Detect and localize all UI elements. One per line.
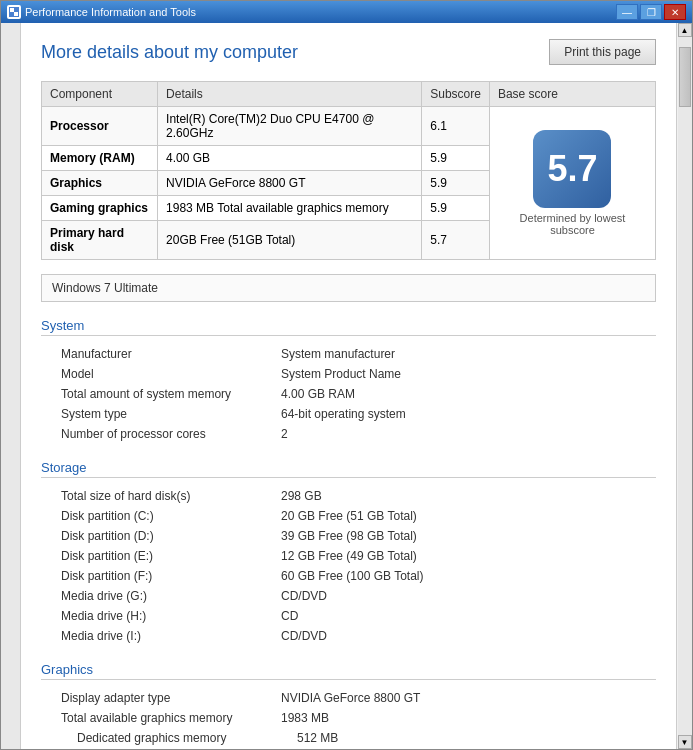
info-value: 2 [281,427,288,441]
minimize-button[interactable]: — [616,4,638,20]
info-value: System Product Name [281,367,401,381]
info-label: Media drive (G:) [61,589,281,603]
score-label: Determined by lowest subscore [498,212,647,236]
info-row: Media drive (H:)CD [41,606,656,626]
info-row: Disk partition (E:)12 GB Free (49 GB Tot… [41,546,656,566]
info-value: CD/DVD [281,589,327,603]
subscore-cell: 5.7 [422,221,490,260]
main-window: Performance Information and Tools — ❐ ✕ … [0,0,693,750]
title-bar: Performance Information and Tools — ❐ ✕ [1,1,692,23]
page-title: More details about my computer [41,42,298,63]
scores-table: Component Details Subscore Base score Pr… [41,81,656,260]
info-label: Total size of hard disk(s) [61,489,281,503]
info-row: Dedicated graphics memory512 MB [41,728,656,748]
scrollbar[interactable]: ▲ ▼ [676,23,692,749]
col-header-subscore: Subscore [422,82,490,107]
info-value: NVIDIA GeForce 8800 GT [281,691,420,705]
info-label: Disk partition (E:) [61,549,281,563]
graphics-section-title: Graphics [41,662,656,680]
component-cell: Gaming graphics [42,196,158,221]
print-button[interactable]: Print this page [549,39,656,65]
details-cell: Intel(R) Core(TM)2 Duo CPU E4700 @ 2.60G… [158,107,422,146]
details-cell: 20GB Free (51GB Total) [158,221,422,260]
info-label: System type [61,407,281,421]
windows-edition: Windows 7 Ultimate [41,274,656,302]
info-row: Total size of hard disk(s)298 GB [41,486,656,506]
component-cell: Memory (RAM) [42,146,158,171]
window-controls: — ❐ ✕ [616,4,686,20]
subscore-cell: 5.9 [422,146,490,171]
component-cell: Graphics [42,171,158,196]
nav-sidebar [1,23,21,749]
score-badge: 5.7 Determined by lowest subscore [498,130,647,236]
scroll-up-arrow[interactable]: ▲ [678,23,692,37]
system-section: System ManufacturerSystem manufacturerMo… [41,318,656,444]
info-row: Disk partition (C:)20 GB Free (51 GB Tot… [41,506,656,526]
info-row: ManufacturerSystem manufacturer [41,344,656,364]
info-value: System manufacturer [281,347,395,361]
info-value: 39 GB Free (98 GB Total) [281,529,417,543]
storage-section-title: Storage [41,460,656,478]
component-cell: Processor [42,107,158,146]
main-content: More details about my computer Print thi… [21,23,676,749]
info-label: Total available graphics memory [61,711,281,725]
details-cell: NVIDIA GeForce 8800 GT [158,171,422,196]
system-section-title: System [41,318,656,336]
info-row: Dedicated system memory0 MB [41,748,656,749]
details-cell: 4.00 GB [158,146,422,171]
subscore-cell: 5.9 [422,171,490,196]
subscore-cell: 5.9 [422,196,490,221]
info-label: Dedicated graphics memory [77,731,297,745]
info-value: CD/DVD [281,629,327,643]
graphics-section: Graphics Display adapter typeNVIDIA GeFo… [41,662,656,749]
svg-rect-1 [10,8,14,12]
info-row: Disk partition (F:)60 GB Free (100 GB To… [41,566,656,586]
table-row: ProcessorIntel(R) Core(TM)2 Duo CPU E470… [42,107,656,146]
info-row: Number of processor cores2 [41,424,656,444]
info-label: Media drive (H:) [61,609,281,623]
window-icon [7,5,21,19]
info-row: Media drive (I:)CD/DVD [41,626,656,646]
info-value: 12 GB Free (49 GB Total) [281,549,417,563]
info-row: Display adapter typeNVIDIA GeForce 8800 … [41,688,656,708]
info-value: 1983 MB [281,711,329,725]
info-value: 20 GB Free (51 GB Total) [281,509,417,523]
info-label: Disk partition (D:) [61,529,281,543]
component-cell: Primary hard disk [42,221,158,260]
info-label: Model [61,367,281,381]
col-header-basescore: Base score [489,82,655,107]
info-value: CD [281,609,298,623]
info-value: 4.00 GB RAM [281,387,355,401]
info-row: Media drive (G:)CD/DVD [41,586,656,606]
info-label: Disk partition (F:) [61,569,281,583]
window-title: Performance Information and Tools [25,6,616,18]
score-circle: 5.7 [533,130,611,208]
info-row: Total amount of system memory4.00 GB RAM [41,384,656,404]
info-value: 298 GB [281,489,322,503]
info-row: Total available graphics memory1983 MB [41,708,656,728]
close-button[interactable]: ✕ [664,4,686,20]
scrollbar-track[interactable] [678,37,692,735]
info-label: Total amount of system memory [61,387,281,401]
info-label: Media drive (I:) [61,629,281,643]
scrollbar-thumb[interactable] [679,47,691,107]
info-label: Manufacturer [61,347,281,361]
info-value: 60 GB Free (100 GB Total) [281,569,424,583]
col-header-component: Component [42,82,158,107]
base-score-cell: 5.7 Determined by lowest subscore [489,107,655,260]
storage-section: Storage Total size of hard disk(s)298 GB… [41,460,656,646]
details-cell: 1983 MB Total available graphics memory [158,196,422,221]
header-row: More details about my computer Print thi… [41,39,656,65]
info-label: Number of processor cores [61,427,281,441]
subscore-cell: 6.1 [422,107,490,146]
info-row: System type64-bit operating system [41,404,656,424]
info-value: 512 MB [297,731,338,745]
restore-button[interactable]: ❐ [640,4,662,20]
col-header-details: Details [158,82,422,107]
info-label: Display adapter type [61,691,281,705]
info-value: 64-bit operating system [281,407,406,421]
info-row: Disk partition (D:)39 GB Free (98 GB Tot… [41,526,656,546]
content-area: More details about my computer Print thi… [1,23,692,749]
svg-rect-2 [14,12,18,16]
scroll-down-arrow[interactable]: ▼ [678,735,692,749]
